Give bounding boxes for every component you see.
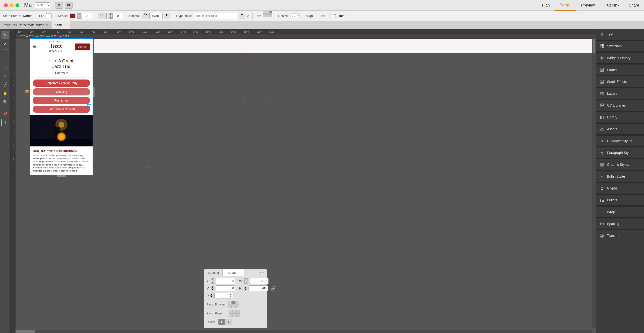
text-btn[interactable]: Text (319, 14, 326, 18)
h-stepper[interactable]: ▲ ▼ (244, 286, 247, 291)
nav-design[interactable]: Design (554, 0, 576, 11)
rp-states[interactable]: States (596, 64, 644, 75)
tool-hand[interactable]: ✋ (2, 90, 9, 97)
tool-subselect[interactable]: ↗ (2, 40, 9, 47)
canvas-scrollbar-horizontal[interactable] (16, 330, 592, 333)
restaurant-btn[interactable]: Restaurant (33, 97, 90, 104)
w-input[interactable]: 1816 (249, 278, 268, 284)
panel-collapse-btn[interactable]: ⇥⇥ (256, 270, 267, 276)
effects-btn[interactable]: FX (142, 13, 150, 19)
rp-cc-libraries[interactable]: CC Libraries (596, 100, 644, 111)
rp-glyphs[interactable]: Ω Glyphs (596, 183, 644, 194)
size-box-btn[interactable]: ⬚ (98, 13, 106, 19)
stroke-up[interactable]: ▲ (77, 13, 81, 16)
y-input[interactable]: 0 (216, 286, 235, 291)
tab-home-close[interactable]: ✕ (64, 24, 66, 26)
link-icon[interactable]: 🔗 (271, 286, 276, 291)
rp-layers[interactable]: Layers (596, 88, 644, 99)
canvas-scrollbar-vertical[interactable] (592, 39, 596, 328)
resize-inner-btn[interactable]: ⬚ (291, 14, 296, 18)
preview-icon[interactable]: ⊟ (65, 2, 72, 9)
tab-home[interactable]: home ✕ (52, 21, 70, 29)
hyperlinks-clear[interactable]: ✕ (247, 14, 250, 18)
transform-tab[interactable]: Transform (223, 270, 244, 276)
fill-swatch[interactable] (46, 14, 52, 18)
layout-icon[interactable]: ⊞ (55, 2, 63, 9)
y-down[interactable]: ▼ (211, 288, 214, 291)
tool-line[interactable]: ╱ (2, 81, 9, 88)
rp-widgets[interactable]: Widgets Library (596, 53, 644, 63)
scrollbar-thumb-vertical[interactable] (592, 39, 596, 53)
y-up[interactable]: ▲ (211, 286, 214, 288)
rp-paragraph-styles[interactable]: ¶ Paragraph Styl... (596, 148, 644, 158)
resize-handle-horizontal[interactable] (56, 175, 66, 177)
rp-scroll-effects[interactable]: Scroll Effects (596, 76, 644, 87)
x-stepper[interactable]: ▲ ▼ (211, 278, 214, 284)
minimize-button[interactable] (10, 4, 14, 7)
w-down[interactable]: ▼ (244, 281, 248, 284)
zoom-select[interactable]: 50% 100% (35, 2, 50, 8)
tab-nyjg-close[interactable]: ✕ (46, 24, 48, 26)
h-input[interactable]: 985 (248, 286, 268, 291)
effects-percent-input[interactable] (150, 13, 163, 19)
angle-down[interactable]: ▼ (210, 296, 214, 298)
angle-stepper[interactable]: ▲ ▼ (210, 293, 214, 298)
rp-library[interactable]: Library (596, 112, 644, 122)
rp-assets[interactable]: Assets (596, 124, 644, 134)
size-stepper[interactable]: ▲ ▼ (108, 13, 112, 18)
scrollbar-thumb-horizontal[interactable] (16, 330, 35, 333)
w-stepper[interactable]: ▲ ▼ (244, 278, 248, 284)
resize-btn-left[interactable]: ◧ (218, 319, 225, 325)
size-down[interactable]: ▼ (108, 16, 112, 18)
size-up[interactable]: ▲ (108, 13, 112, 16)
y-stepper[interactable]: ▲ ▼ (211, 286, 214, 291)
maximize-button[interactable] (16, 4, 19, 7)
resize-btn-right[interactable]: ▾ (225, 319, 232, 325)
hyperlinks-input[interactable] (194, 13, 237, 19)
menu-icon[interactable]: ☰ (33, 44, 36, 49)
resize-dropdown[interactable]: ▾ (296, 14, 300, 17)
pin-selector[interactable] (263, 11, 272, 21)
x-input[interactable]: 0 (216, 278, 235, 284)
rp-swatches[interactable]: Swatches (596, 41, 644, 52)
rp-character-styles[interactable]: A Character Styles (596, 136, 644, 146)
stroke-down[interactable]: ▼ (77, 16, 81, 18)
effects-expand[interactable]: ▶ (164, 13, 170, 19)
corporate-btn[interactable]: Corporate Event or Party (33, 80, 90, 87)
rp-bullets[interactable]: Bullets (596, 195, 644, 206)
rp-bullet-styles[interactable]: • Bullet Styles (596, 171, 644, 182)
stroke-input[interactable]: 0 (81, 13, 92, 19)
footer-checkbox[interactable]: Footer (333, 14, 346, 18)
tool-ellipse[interactable]: ○ (2, 72, 9, 80)
nav-plan[interactable]: Plan (537, 0, 554, 11)
x-up[interactable]: ▲ (211, 278, 214, 281)
tool-zoom[interactable]: 🔍 (2, 98, 9, 106)
resize-selector[interactable]: ◧ ▾ (218, 319, 232, 325)
x-down[interactable]: ▼ (211, 281, 214, 284)
w-up[interactable]: ▲ (244, 278, 248, 281)
nav-share[interactable]: Share (624, 0, 644, 11)
rp-wrap[interactable]: ⤵ Wrap (596, 206, 644, 217)
tool-pin[interactable]: 📌 (2, 110, 9, 118)
spacing-tab[interactable]: Spacing (204, 270, 223, 276)
angle-up[interactable]: ▲ (210, 293, 214, 296)
size-input[interactable]: 0 (112, 13, 123, 19)
resize-handle-vertical[interactable] (93, 87, 94, 97)
nav-preview[interactable]: Preview (576, 0, 600, 11)
footer-check-input[interactable] (333, 14, 336, 18)
angle-input[interactable]: 0° (214, 293, 234, 298)
pin-page-grid[interactable] (229, 310, 240, 317)
jazz-btn[interactable]: Jazz Club or Concert (33, 106, 90, 113)
rp-graphic-styles[interactable]: Graphic Styles (596, 159, 644, 170)
tool-select[interactable]: ↖ (2, 31, 9, 39)
rp-text[interactable]: A Text (596, 29, 644, 40)
contact-button[interactable]: contact (75, 44, 90, 50)
rp-transform[interactable]: Transform (596, 230, 644, 241)
add-element-btn[interactable] (87, 104, 91, 109)
stroke-swatch[interactable] (70, 14, 76, 18)
close-button[interactable] (4, 4, 8, 7)
h-down[interactable]: ▼ (244, 288, 247, 291)
hyperlinks-filter[interactable]: ▾ (239, 13, 245, 19)
h-up[interactable]: ▲ (244, 286, 247, 288)
tool-text[interactable]: T (2, 52, 9, 59)
